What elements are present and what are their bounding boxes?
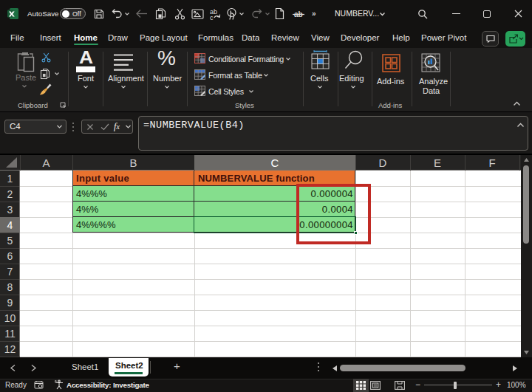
svg-text:c: c: [210, 14, 214, 21]
